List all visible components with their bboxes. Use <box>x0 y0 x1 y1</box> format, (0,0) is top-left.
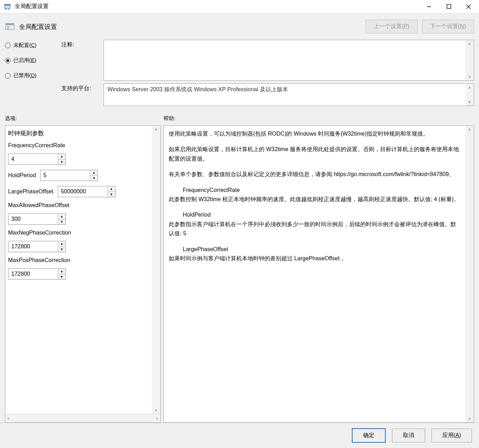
scroll-up-icon[interactable]: ∧ <box>155 127 157 132</box>
close-button[interactable] <box>459 0 478 13</box>
next-setting-button[interactable]: 下一个设置(N) <box>422 20 474 33</box>
help-param-desc: 此参数控制 W32time 校正本地时钟频率的速度。此值越低则校正速度越慢，越高… <box>169 195 460 204</box>
options-panel: 时钟规则参数FrequencyCorrectRate▲▼HoldPeriod▲▼… <box>5 125 161 423</box>
number-spinner[interactable]: ▲▼ <box>8 241 66 252</box>
number-spinner[interactable]: ▲▼ <box>8 213 66 225</box>
comment-textarea[interactable]: ∧∨ <box>104 40 474 81</box>
spin-down-icon[interactable]: ▼ <box>90 176 98 181</box>
titlebar: 全局配置设置 <box>0 0 479 13</box>
option-label: HoldPeriod <box>8 172 36 179</box>
state-radio-group: 未配置(C) 已启用(E) 已禁用(D) <box>5 40 54 79</box>
spin-up-icon[interactable]: ▲ <box>108 186 115 192</box>
spin-up-icon[interactable]: ▲ <box>58 214 66 219</box>
number-spinner[interactable]: ▲▼ <box>40 170 98 181</box>
scrollbar[interactable]: ∧∨ <box>465 40 474 80</box>
option-label: MaxPosPhaseCorrection <box>8 257 149 263</box>
help-param-desc: 此参数指示客户端计算机在一个序列中必须收到多少一致的时间示例后，后续的时间示例才… <box>169 220 460 238</box>
svg-rect-11 <box>7 28 10 29</box>
spin-up-icon[interactable]: ▲ <box>58 269 66 274</box>
radio-disabled[interactable]: 已禁用(D) <box>5 72 54 79</box>
maximize-button[interactable] <box>439 0 459 13</box>
spinner-input[interactable] <box>41 170 90 181</box>
spinner-input[interactable] <box>58 186 107 197</box>
option-label: MaxNegPhaseCorrection <box>8 230 149 236</box>
scroll-up-icon[interactable]: ∧ <box>468 85 471 90</box>
platform-box: Windows Server 2003 操作系统或 Windows XP Pro… <box>104 83 474 106</box>
spinner-input[interactable] <box>8 269 58 279</box>
option-label: FrequencyCorrectRate <box>8 142 149 149</box>
option-row: ▲▼ <box>8 241 149 252</box>
scroll-up-icon[interactable]: ∧ <box>468 127 471 132</box>
apply-button[interactable]: 应用(A) <box>431 429 472 442</box>
comment-value <box>104 40 465 80</box>
scroll-up-icon[interactable]: ∧ <box>468 42 471 46</box>
option-row: ▲▼ <box>8 268 149 280</box>
scroll-down-icon[interactable]: ∨ <box>468 74 471 79</box>
radio-label: 已启用(E) <box>13 57 36 64</box>
radio-icon <box>5 43 11 48</box>
option-label: MaxAllowedPhaseOffset <box>8 202 149 209</box>
ok-button[interactable]: 确定 <box>352 428 386 443</box>
radio-label: 未配置(C) <box>13 42 37 49</box>
svg-rect-1 <box>5 4 11 5</box>
spin-up-icon[interactable]: ▲ <box>58 154 66 160</box>
svg-rect-5 <box>447 5 451 8</box>
number-spinner[interactable]: ▲▼ <box>8 154 66 165</box>
spinner-input[interactable] <box>8 241 58 252</box>
help-panel: 使用此策略设置，可以为域控制器(包括 RODC)的 Windows 时间服务(W… <box>163 125 474 423</box>
dialog-footer: 确定 取消 应用(A) <box>0 423 479 448</box>
options-section-label: 选项: <box>5 115 163 122</box>
number-spinner[interactable]: ▲▼ <box>8 268 66 280</box>
scroll-down-icon[interactable]: ∨ <box>155 408 157 412</box>
radio-label: 已禁用(D) <box>13 72 37 79</box>
spin-down-icon[interactable]: ▼ <box>108 192 115 197</box>
scroll-down-icon[interactable]: ∨ <box>468 100 471 104</box>
scrollbar[interactable]: ∧∨ <box>465 84 474 106</box>
spin-up-icon[interactable]: ▲ <box>58 241 66 247</box>
spin-up-icon[interactable]: ▲ <box>90 170 98 176</box>
svg-point-3 <box>8 8 9 10</box>
radio-icon <box>5 58 11 63</box>
help-section-label: 帮助: <box>163 115 474 122</box>
scroll-down-icon[interactable]: ∨ <box>468 416 471 421</box>
spinner-input[interactable] <box>8 214 58 224</box>
spin-down-icon[interactable]: ▼ <box>58 247 66 252</box>
svg-point-2 <box>6 8 7 10</box>
spinner-input[interactable] <box>8 154 58 164</box>
option-row: LargePhaseOffset▲▼ <box>8 186 149 197</box>
scroll-left-icon[interactable]: < <box>7 416 10 421</box>
previous-setting-button[interactable]: 上一个设置(P) <box>366 20 417 33</box>
options-scrollbar[interactable]: ∧∨ <box>152 126 160 414</box>
scroll-right-icon[interactable]: > <box>156 416 158 421</box>
window-title: 全局配置设置 <box>15 3 419 10</box>
spin-down-icon[interactable]: ▼ <box>58 274 66 280</box>
options-group-title: 时钟规则参数 <box>8 129 149 137</box>
platform-label: 支持的平台: <box>61 83 100 92</box>
platform-value: Windows Server 2003 操作系统或 Windows XP Pro… <box>104 84 465 106</box>
help-param-name: HoldPeriod <box>183 210 460 219</box>
options-hscrollbar[interactable]: <> <box>5 414 160 422</box>
minimize-button[interactable] <box>419 0 439 13</box>
help-scrollbar[interactable]: ∧∨ <box>465 126 474 422</box>
spin-down-icon[interactable]: ▼ <box>58 160 66 165</box>
option-label: LargePhaseOffset <box>8 188 54 195</box>
help-text: 如果启用此策略设置，目标计算机上的 W32time 服务将使用此处提供的设置。否… <box>169 145 460 163</box>
dialog-header: 全局配置设置 上一个设置(P) 下一个设置(N) <box>5 20 474 33</box>
svg-rect-9 <box>6 23 14 25</box>
option-row: HoldPeriod▲▼ <box>8 170 149 181</box>
help-param-name: LargePhaseOffset <box>183 245 460 254</box>
radio-enabled[interactable]: 已启用(E) <box>5 57 54 64</box>
radio-not-configured[interactable]: 未配置(C) <box>5 42 54 49</box>
svg-rect-10 <box>7 26 10 27</box>
number-spinner[interactable]: ▲▼ <box>58 186 116 197</box>
spin-down-icon[interactable]: ▼ <box>58 219 66 225</box>
app-icon <box>4 3 11 11</box>
radio-icon <box>5 73 11 79</box>
dialog-title: 全局配置设置 <box>19 23 361 31</box>
cancel-button[interactable]: 取消 <box>392 429 425 442</box>
option-row: ▲▼ <box>8 154 149 165</box>
settings-icon <box>5 22 15 32</box>
option-row: ▲▼ <box>8 213 149 225</box>
help-text: 使用此策略设置，可以为域控制器(包括 RODC)的 Windows 时间服务(W… <box>169 129 460 138</box>
help-param-desc: 如果时间示例与客户端计算机本地时钟的差别超过 LargePhaseOffset， <box>169 254 460 263</box>
